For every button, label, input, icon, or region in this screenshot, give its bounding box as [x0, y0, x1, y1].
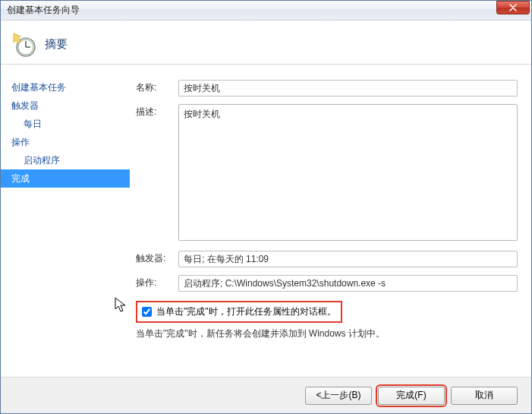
description-label: 描述:	[136, 104, 178, 119]
description-field[interactable]	[178, 104, 518, 241]
name-field[interactable]	[178, 80, 518, 96]
finish-button[interactable]: 完成(F)	[378, 387, 445, 405]
close-icon	[509, 4, 517, 11]
name-label: 名称:	[136, 80, 178, 94]
window-title: 创建基本任务向导	[7, 4, 80, 17]
wizard-window: 创建基本任务向导 摘要 创建基本任务 触发器 每日 操作 启动程序 完成	[0, 0, 532, 414]
wizard-steps-sidebar: 创建基本任务 触发器 每日 操作 启动程序 完成	[1, 65, 130, 377]
step-daily[interactable]: 每日	[1, 115, 130, 133]
trigger-label: 触发器:	[136, 251, 178, 265]
step-trigger[interactable]: 触发器	[1, 96, 130, 115]
cancel-button[interactable]: 取消	[451, 387, 518, 405]
step-finish[interactable]: 完成	[1, 169, 130, 188]
back-button[interactable]: <上一步(B)	[305, 387, 372, 405]
trigger-field[interactable]	[178, 251, 518, 267]
close-button[interactable]	[496, 1, 530, 14]
step-start-program[interactable]: 启动程序	[1, 151, 130, 169]
summary-panel: 名称: 描述: 触发器: 操作:	[130, 65, 531, 377]
wizard-footer: <上一步(B) 完成(F) 取消	[1, 377, 531, 413]
page-title: 摘要	[45, 37, 68, 52]
step-action[interactable]: 操作	[1, 133, 130, 151]
step-create-basic-task[interactable]: 创建基本任务	[1, 78, 130, 96]
scheduler-icon	[10, 31, 37, 58]
open-properties-checkbox-label: 当单击"完成"时，打开此任务属性的对话框。	[156, 305, 336, 318]
titlebar: 创建基本任务向导	[1, 1, 531, 21]
content-area: 创建基本任务 触发器 每日 操作 启动程序 完成 名称: 描述: 触发器:	[1, 65, 531, 377]
action-field[interactable]	[178, 275, 518, 292]
open-properties-checkbox-row[interactable]: 当单击"完成"时，打开此任务属性的对话框。	[136, 301, 342, 323]
wizard-header: 摘要	[1, 21, 531, 65]
finish-info-text: 当单击"完成"时，新任务将会创建并添加到 Windows 计划中。	[136, 327, 518, 340]
action-label: 操作:	[136, 275, 178, 289]
open-properties-checkbox[interactable]	[142, 307, 152, 317]
svg-marker-4	[14, 33, 20, 43]
